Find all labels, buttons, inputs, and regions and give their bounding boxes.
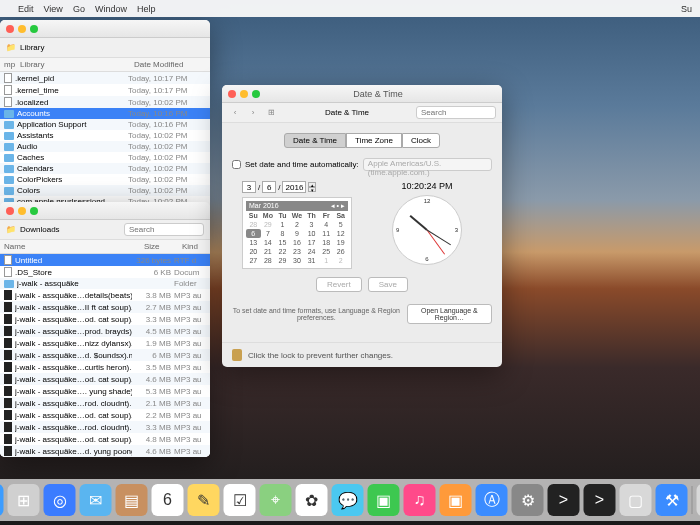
menu-go[interactable]: Go bbox=[73, 4, 85, 14]
list-item[interactable]: ColorPickersToday, 10:02 PM bbox=[0, 174, 210, 185]
cal-day[interactable]: 19 bbox=[333, 238, 348, 247]
zoom-icon[interactable] bbox=[30, 25, 38, 33]
date-col[interactable]: Date Modified bbox=[130, 58, 210, 71]
cal-day[interactable]: 7 bbox=[261, 229, 276, 238]
list-item[interactable]: .kernel_timeToday, 10:17 PM bbox=[0, 84, 210, 96]
time-server-select[interactable]: Apple Americas/U.S. (time.apple.com.) bbox=[363, 158, 492, 171]
cal-day[interactable]: 24 bbox=[304, 247, 319, 256]
tab-date-time[interactable]: Date & Time bbox=[284, 133, 346, 148]
cal-day[interactable]: 9 bbox=[290, 229, 305, 238]
cal-day[interactable]: 1 bbox=[275, 220, 290, 229]
cal-day[interactable]: 12 bbox=[333, 229, 348, 238]
list-item[interactable]: Untitled326 bytesRTF d bbox=[0, 254, 210, 266]
save-button[interactable]: Save bbox=[368, 277, 408, 292]
list-item[interactable]: j-walk - assquäke…. yung shade).mp35.3 M… bbox=[0, 385, 210, 397]
list-item[interactable]: j-walk - assquäkeFolder bbox=[0, 278, 210, 289]
menubar-user[interactable]: Su bbox=[681, 4, 692, 14]
name-col[interactable]: Library bbox=[16, 58, 130, 71]
name-col[interactable]: Name bbox=[0, 240, 140, 253]
minimize-icon[interactable] bbox=[18, 207, 26, 215]
open-language-region-button[interactable]: Open Language & Region… bbox=[407, 304, 492, 324]
list-item[interactable]: AudioToday, 10:02 PM bbox=[0, 141, 210, 152]
menu-edit[interactable]: Edit bbox=[18, 4, 34, 14]
date-stepper[interactable]: / / ▴▾ bbox=[242, 181, 352, 193]
menu-window[interactable]: Window bbox=[95, 4, 127, 14]
cal-day[interactable]: 18 bbox=[319, 238, 334, 247]
list-item[interactable]: j-walk - assquäke…od. cat soup).mp33.3 M… bbox=[0, 313, 210, 325]
dock-photos[interactable]: ✿ bbox=[296, 484, 328, 516]
cal-day[interactable]: 14 bbox=[261, 238, 276, 247]
dock-reminders[interactable]: ☑ bbox=[224, 484, 256, 516]
dock-terminal[interactable]: > bbox=[548, 484, 580, 516]
grid-icon[interactable]: ⊞ bbox=[264, 106, 278, 120]
list-item[interactable]: CachesToday, 10:02 PM bbox=[0, 152, 210, 163]
back-icon[interactable]: ‹ bbox=[228, 106, 242, 120]
auto-time-checkbox[interactable] bbox=[232, 160, 241, 169]
search-input[interactable] bbox=[124, 223, 204, 236]
close-icon[interactable] bbox=[6, 207, 14, 215]
forward-icon[interactable]: › bbox=[246, 106, 260, 120]
list-item[interactable]: .localizedToday, 10:02 PM bbox=[0, 96, 210, 108]
dock-ibooks[interactable]: ▣ bbox=[440, 484, 472, 516]
list-item[interactable]: j-walk - assquäke…rod. cloudnt).mp32.1 M… bbox=[0, 397, 210, 409]
titlebar[interactable] bbox=[0, 20, 210, 38]
cal-day[interactable]: 16 bbox=[290, 238, 305, 247]
dock-maps[interactable]: ⌖ bbox=[260, 484, 292, 516]
cal-day[interactable]: 22 bbox=[275, 247, 290, 256]
cal-day[interactable]: 11 bbox=[319, 229, 334, 238]
tab-clock[interactable]: Clock bbox=[402, 133, 440, 148]
cal-day[interactable]: 29 bbox=[275, 256, 290, 265]
dock-messages[interactable]: 💬 bbox=[332, 484, 364, 516]
list-item[interactable]: .DS_Store6 KBDocum bbox=[0, 266, 210, 278]
cal-nav[interactable]: ◂ • ▸ bbox=[331, 202, 345, 210]
zoom-icon[interactable] bbox=[252, 90, 260, 98]
cal-day[interactable]: 6 bbox=[246, 229, 261, 238]
cal-day[interactable]: 26 bbox=[333, 247, 348, 256]
cal-day[interactable]: 29 bbox=[261, 220, 276, 229]
size-col[interactable]: Size bbox=[140, 240, 178, 253]
revert-button[interactable]: Revert bbox=[316, 277, 362, 292]
cal-day[interactable]: 27 bbox=[246, 256, 261, 265]
dock-xcode[interactable]: ⚒ bbox=[656, 484, 688, 516]
cal-day[interactable]: 5 bbox=[333, 220, 348, 229]
calendar[interactable]: Mar 2016◂ • ▸ SuMoTuWeThFrSa 28291234567… bbox=[242, 197, 352, 269]
name-col[interactable]: mp bbox=[0, 58, 16, 71]
menu-view[interactable]: View bbox=[44, 4, 63, 14]
list-item[interactable]: AccountsToday, 10:16 PM bbox=[0, 108, 210, 119]
dock-finder[interactable]: ☺ bbox=[0, 484, 4, 516]
day-field[interactable] bbox=[262, 181, 276, 193]
list-item[interactable]: j-walk - assquäke…nizz dylansx).mp31.9 M… bbox=[0, 337, 210, 349]
zoom-icon[interactable] bbox=[30, 207, 38, 215]
titlebar[interactable] bbox=[0, 202, 210, 220]
cal-day[interactable]: 28 bbox=[246, 220, 261, 229]
cal-day[interactable]: 10 bbox=[304, 229, 319, 238]
list-item[interactable]: .kernel_pidToday, 10:17 PM bbox=[0, 72, 210, 84]
cal-day[interactable]: 21 bbox=[261, 247, 276, 256]
lock-icon[interactable] bbox=[232, 349, 242, 361]
search-input[interactable] bbox=[416, 106, 496, 119]
cal-day[interactable]: 31 bbox=[304, 256, 319, 265]
dock-appstore[interactable]: Ⓐ bbox=[476, 484, 508, 516]
close-icon[interactable] bbox=[228, 90, 236, 98]
list-item[interactable]: ColorsToday, 10:02 PM bbox=[0, 185, 210, 196]
cal-day[interactable]: 17 bbox=[304, 238, 319, 247]
list-item[interactable]: AssistantsToday, 10:02 PM bbox=[0, 130, 210, 141]
cal-day[interactable]: 2 bbox=[290, 220, 305, 229]
menu-help[interactable]: Help bbox=[137, 4, 156, 14]
list-item[interactable]: j-walk - assquäke…od. cat soup).mp34.8 M… bbox=[0, 433, 210, 445]
cal-day[interactable]: 2 bbox=[333, 256, 348, 265]
close-icon[interactable] bbox=[6, 25, 14, 33]
list-item[interactable]: j-walk - assquäke…curtis heron).mp33.5 M… bbox=[0, 361, 210, 373]
dock-contacts[interactable]: ▤ bbox=[116, 484, 148, 516]
dock-folder[interactable]: ▢ bbox=[620, 484, 652, 516]
dock-settings[interactable]: ⚙ bbox=[512, 484, 544, 516]
list-item[interactable]: j-walk - assquäke…d. $oundsx).mp36 MBMP3… bbox=[0, 349, 210, 361]
step-down-icon[interactable]: ▾ bbox=[308, 187, 316, 192]
dock-facetime[interactable]: ▣ bbox=[368, 484, 400, 516]
cal-day[interactable]: 30 bbox=[290, 256, 305, 265]
dock-terminal2[interactable]: > bbox=[584, 484, 616, 516]
cal-day[interactable]: 20 bbox=[246, 247, 261, 256]
list-item[interactable]: Application SupportToday, 10:16 PM bbox=[0, 119, 210, 130]
cal-day[interactable]: 23 bbox=[290, 247, 305, 256]
minimize-icon[interactable] bbox=[18, 25, 26, 33]
